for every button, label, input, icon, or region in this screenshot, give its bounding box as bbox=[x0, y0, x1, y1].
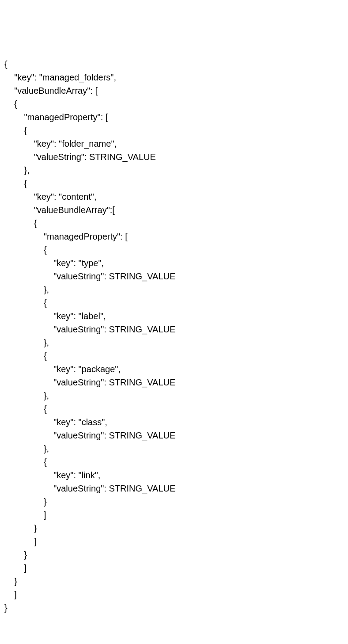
code-block: { "key": "managed_folders", "valueBundle… bbox=[4, 57, 344, 614]
